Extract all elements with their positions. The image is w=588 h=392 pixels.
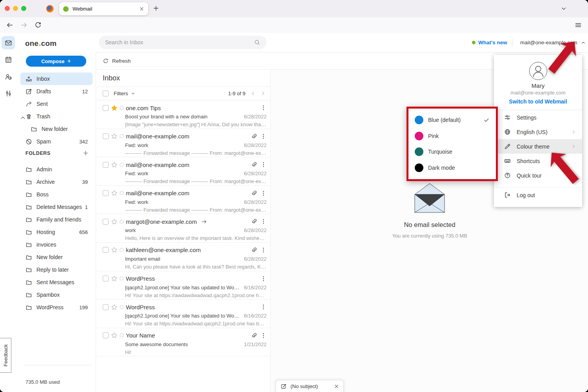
read-indicator-icon[interactable] — [119, 162, 124, 167]
email-checkbox[interactable] — [103, 332, 109, 338]
sidebar-item-inbox[interactable]: Inbox — [20, 73, 93, 85]
forward-icon[interactable] — [20, 22, 27, 29]
collapse-chevron-icon[interactable] — [20, 114, 26, 121]
theme-option-pink[interactable]: Pink — [408, 128, 496, 144]
menu-item-colour-theme[interactable]: Colour theme — [494, 139, 582, 154]
email-options-icon[interactable] — [260, 105, 267, 111]
compose-close-icon[interactable] — [334, 384, 339, 389]
email-row[interactable]: kathleen@one-example.comImportant email6… — [96, 243, 270, 271]
search-icon[interactable] — [254, 39, 260, 45]
read-indicator-icon[interactable] — [119, 191, 124, 196]
email-options-icon[interactable] — [260, 276, 267, 282]
refresh-button[interactable]: Refresh — [112, 58, 131, 64]
email-checkbox[interactable] — [103, 219, 109, 225]
sidebar-item-spam[interactable]: Spam342 — [20, 135, 93, 148]
window-minimize-button[interactable] — [13, 6, 18, 11]
tab-close-icon[interactable] — [139, 6, 144, 11]
email-checkbox[interactable] — [103, 190, 109, 196]
email-row[interactable]: Your NameSome awesome documents1/21/2022… — [96, 328, 270, 357]
star-filled-icon[interactable] — [111, 105, 118, 111]
reload-icon[interactable] — [34, 22, 42, 29]
folder-item-invoices[interactable]: invoices — [20, 238, 93, 251]
folder-item-new-folder[interactable]: New folder — [20, 251, 93, 263]
list-tabs-chevron-icon[interactable] — [561, 5, 567, 12]
compose-button[interactable]: Compose+ — [26, 56, 86, 67]
email-checkbox[interactable] — [103, 304, 109, 310]
rail-calendar-button[interactable] — [2, 53, 15, 66]
select-all-checkbox[interactable] — [103, 91, 109, 96]
folder-item-hosting[interactable]: Hosting656 — [20, 226, 93, 238]
read-indicator-icon[interactable] — [119, 276, 124, 281]
email-checkbox[interactable] — [103, 276, 109, 281]
email-options-icon[interactable] — [260, 332, 267, 339]
folder-item-wordpress[interactable]: WordPress199 — [20, 301, 93, 314]
sidebar-item-sent[interactable]: Sent — [20, 98, 93, 110]
add-folder-icon[interactable] — [83, 150, 89, 156]
folder-item-admin[interactable]: Admin — [20, 163, 93, 176]
email-checkbox[interactable] — [103, 247, 109, 253]
star-icon[interactable] — [111, 162, 118, 168]
folder-item-archive[interactable]: Archive39 — [20, 176, 93, 188]
email-options-icon[interactable] — [260, 218, 267, 225]
email-row[interactable]: margot@one-example.comwork6/28/2022Hello… — [96, 214, 270, 243]
sidebar-item-drafts[interactable]: Drafts12 — [20, 85, 93, 98]
read-indicator-icon[interactable] — [119, 134, 124, 139]
email-checkbox[interactable] — [103, 133, 109, 139]
minimized-compose-bar[interactable]: (No subject) — [276, 380, 344, 392]
email-row[interactable]: one.com TipsBoost your brand with a new … — [96, 100, 270, 129]
rail-contacts-button[interactable] — [2, 70, 15, 83]
folder-item-deleted-messages[interactable]: Deleted Messages1 — [20, 201, 93, 213]
email-row[interactable]: WordPress[qacph2.1prod.one] Your site ha… — [96, 299, 270, 328]
email-checkbox[interactable] — [103, 105, 109, 111]
refresh-icon[interactable] — [103, 58, 109, 64]
sidebar-item-trash[interactable]: Trash — [20, 110, 93, 123]
email-options-icon[interactable] — [260, 133, 267, 140]
email-options-icon[interactable] — [260, 190, 267, 196]
theme-option-dark-mode[interactable]: Dark mode — [408, 160, 496, 176]
email-options-icon[interactable] — [260, 247, 267, 253]
read-indicator-icon[interactable] — [119, 105, 124, 111]
theme-option-blue-default[interactable]: Blue (default) — [408, 112, 496, 128]
star-icon[interactable] — [111, 218, 118, 225]
next-page-icon[interactable] — [261, 91, 266, 96]
folder-item-boss[interactable]: Boss — [20, 188, 93, 201]
email-row[interactable]: mail@one-example.comFwd: work6/28/2022--… — [96, 186, 270, 214]
star-icon[interactable] — [111, 275, 118, 282]
folder-item-reply-to-later[interactable]: Reply to later — [20, 263, 93, 276]
read-indicator-icon[interactable] — [119, 219, 124, 224]
folder-item-sent-messages[interactable]: Sent Messages — [20, 276, 93, 289]
email-row[interactable]: mail@one-example.comFwd: work6/28/2022--… — [96, 157, 270, 186]
search-input[interactable]: Search in Inbox — [99, 36, 267, 49]
read-indicator-icon[interactable] — [119, 247, 124, 252]
folder-item-spambox[interactable]: Spambox — [20, 289, 93, 301]
new-tab-button[interactable] — [153, 5, 159, 11]
read-indicator-icon[interactable] — [119, 333, 124, 338]
theme-option-turquoise[interactable]: Turquoise — [408, 144, 496, 160]
menu-item-english-us[interactable]: English (US) — [494, 125, 582, 139]
menu-item-settings[interactable]: Settings — [494, 110, 582, 125]
rail-mail-button[interactable] — [2, 36, 15, 49]
filters-button[interactable]: Filters — [114, 91, 128, 96]
browser-tab[interactable]: Webmail — [59, 2, 148, 15]
email-row[interactable]: WordPress[qacph2.1prod.one] Your site ha… — [96, 271, 270, 300]
switch-old-webmail-link[interactable]: Switch to old Webmail — [494, 98, 582, 105]
sidebar-item-new-folder[interactable]: New folder — [20, 123, 93, 135]
window-close-button[interactable] — [5, 6, 10, 11]
email-options-icon[interactable] — [260, 162, 267, 168]
star-icon[interactable] — [111, 247, 118, 253]
prev-page-icon[interactable] — [250, 91, 256, 96]
email-options-icon[interactable] — [260, 304, 267, 310]
star-icon[interactable] — [111, 332, 118, 339]
back-icon[interactable] — [6, 22, 13, 29]
menu-hamburger-icon[interactable] — [575, 22, 582, 29]
logout-button[interactable]: Log out — [494, 188, 582, 202]
star-icon[interactable] — [111, 304, 118, 310]
email-checkbox[interactable] — [103, 162, 109, 168]
star-icon[interactable] — [111, 133, 118, 140]
read-indicator-icon[interactable] — [119, 305, 124, 310]
chevron-down-icon[interactable] — [131, 91, 135, 96]
folder-item-family-and-friends[interactable]: Family and friends — [20, 213, 93, 226]
star-icon[interactable] — [111, 190, 118, 196]
window-zoom-button[interactable] — [21, 6, 26, 11]
whats-new-link[interactable]: What's new — [472, 40, 507, 45]
